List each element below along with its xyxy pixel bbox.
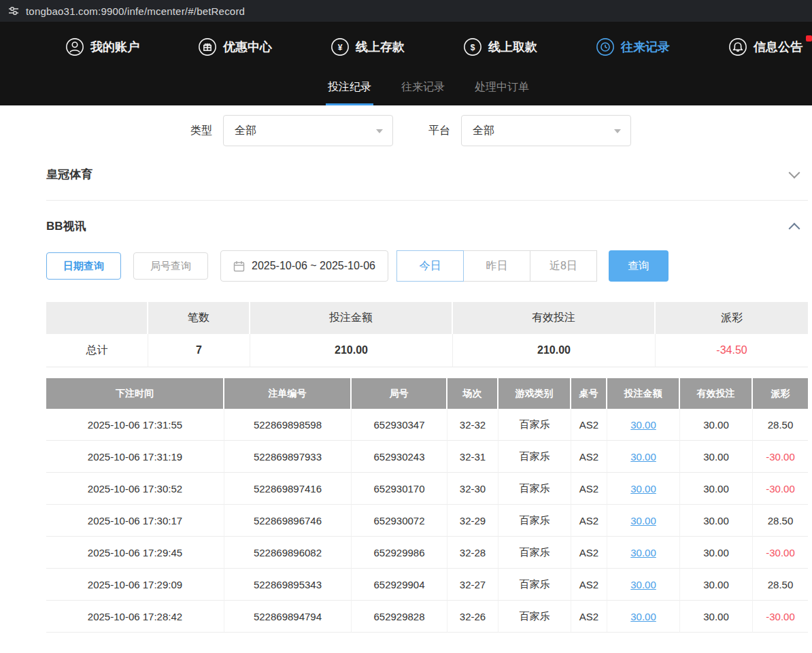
search-button[interactable]: 查询 (609, 250, 669, 282)
section-title: BB视讯 (46, 218, 86, 234)
game-type: 百家乐 (498, 505, 571, 537)
type-filter-label: 类型 (190, 124, 212, 138)
nav-label: 线上取款 (488, 39, 537, 55)
filter-row: 类型 全部 平台 全部 (46, 115, 808, 146)
session-number: 32-30 (447, 473, 498, 505)
table-number: AS2 (571, 505, 607, 537)
records-icon (596, 37, 615, 56)
chevron-down-icon[interactable] (789, 167, 800, 178)
date-query-button[interactable]: 日期查询 (46, 252, 121, 280)
game-type: 百家乐 (498, 601, 571, 633)
column-header: 场次 (447, 378, 498, 409)
nav-my-account[interactable]: 我的账户 (65, 37, 139, 56)
valid-bet: 30.00 (680, 409, 753, 441)
tab-processing-orders[interactable]: 处理中订单 (473, 71, 531, 105)
round-query-button[interactable]: 局号查询 (133, 252, 208, 280)
bet-id: 522869895343 (224, 569, 352, 601)
payout: -30.00 (753, 473, 808, 505)
payout: 28.50 (753, 409, 808, 441)
tab-transaction-record[interactable]: 往来记录 (399, 71, 447, 105)
payout: -30.00 (753, 601, 808, 633)
bet-amount-link[interactable]: 30.00 (607, 441, 680, 473)
bet-id: 522869897933 (224, 441, 352, 473)
round-number: 652929828 (352, 601, 447, 633)
payout: 28.50 (753, 569, 808, 601)
valid-bet: 30.00 (680, 601, 753, 633)
summary-header-amount: 投注金额 (250, 302, 453, 334)
svg-text:¥: ¥ (338, 42, 343, 52)
bet-amount-link[interactable]: 30.00 (607, 569, 680, 601)
notification-badge (806, 35, 812, 41)
session-number: 32-28 (447, 537, 498, 569)
date-range-value: 2025-10-06 ~ 2025-10-06 (252, 260, 375, 272)
summary-header-empty (46, 302, 148, 334)
column-header: 桌号 (571, 378, 607, 409)
summary-header-payout: 派彩 (656, 302, 808, 334)
table-row: 2025-10-06 17:30:52 522869897416 6529301… (46, 473, 808, 505)
site-settings-icon[interactable] (8, 5, 19, 16)
bet-amount-link[interactable]: 30.00 (607, 505, 680, 537)
tab-bet-record[interactable]: 投注纪录 (326, 71, 373, 105)
valid-bet: 30.00 (680, 505, 753, 537)
type-select[interactable]: 全部 (223, 115, 393, 146)
calendar-icon (233, 261, 245, 272)
nav-transaction-records[interactable]: 往来记录 (596, 37, 670, 56)
session-number: 32-27 (447, 569, 498, 601)
table-number: AS2 (571, 601, 607, 633)
record-tabs: 投注纪录 往来记录 处理中订单 (0, 71, 812, 105)
platform-select-value: 全部 (473, 124, 494, 138)
table-row: 2025-10-06 17:28:42 522869894794 6529298… (46, 601, 808, 633)
summary-valid-value: 210.00 (453, 334, 656, 367)
date-range-input[interactable]: 2025-10-06 ~ 2025-10-06 (220, 250, 388, 282)
column-header: 注单编号 (224, 378, 352, 409)
platform-select[interactable]: 全部 (461, 115, 631, 146)
game-type: 百家乐 (498, 441, 571, 473)
url-text[interactable]: tongbao31.com:9900/infe/mcenter/#/betRec… (26, 5, 245, 17)
session-number: 32-26 (447, 601, 498, 633)
last-8-days-button[interactable]: 近8日 (530, 250, 597, 282)
bet-amount-link[interactable]: 30.00 (607, 473, 680, 505)
table-row: 2025-10-06 17:31:55 522869898598 6529303… (46, 409, 808, 441)
game-type: 百家乐 (498, 569, 571, 601)
column-header: 有效投注 (680, 378, 753, 409)
nav-online-withdraw[interactable]: $ 线上取款 (463, 37, 537, 56)
nav-label: 信息公告 (754, 39, 802, 55)
platform-filter-label: 平台 (428, 124, 450, 138)
payout: 28.50 (753, 505, 808, 537)
column-header: 下注时间 (46, 378, 224, 409)
section-crown-sports[interactable]: 皇冠体育 (46, 161, 808, 201)
nav-online-deposit[interactable]: ¥ 线上存款 (331, 37, 405, 56)
nav-announcements[interactable]: 信息公告 (728, 37, 802, 56)
bet-table: 下注时间注单编号局号场次游戏类别桌号投注金额有效投注派彩 2025-10-06 … (46, 378, 808, 633)
section-bb-video[interactable]: BB视讯 (46, 213, 808, 238)
chevron-up-icon[interactable] (789, 222, 800, 234)
round-number: 652930243 (352, 441, 447, 473)
valid-bet: 30.00 (680, 441, 753, 473)
bet-amount-link[interactable]: 30.00 (607, 409, 680, 441)
nav-label: 线上存款 (356, 39, 405, 55)
nav-label: 往来记录 (621, 39, 670, 55)
gift-icon (198, 37, 217, 56)
summary-header-count: 笔数 (148, 302, 250, 334)
round-number: 652929904 (352, 569, 447, 601)
bet-time: 2025-10-06 17:31:55 (46, 409, 224, 441)
bet-amount-link[interactable]: 30.00 (607, 601, 680, 633)
round-number: 652930170 (352, 473, 447, 505)
column-header: 派彩 (753, 378, 808, 409)
bet-id: 522869896082 (224, 537, 352, 569)
browser-address-bar[interactable]: tongbao31.com:9900/infe/mcenter/#/betRec… (0, 0, 812, 22)
nav-promotions[interactable]: 优惠中心 (198, 37, 272, 56)
section-title: 皇冠体育 (46, 167, 92, 182)
summary-total-label: 总计 (46, 334, 148, 367)
game-type: 百家乐 (498, 473, 571, 505)
bet-time: 2025-10-06 17:30:52 (46, 473, 224, 505)
today-button[interactable]: 今日 (396, 250, 464, 282)
bet-amount-link[interactable]: 30.00 (607, 537, 680, 569)
session-number: 32-31 (447, 441, 498, 473)
yesterday-button[interactable]: 昨日 (463, 250, 530, 282)
chevron-down-icon (614, 129, 621, 133)
game-type: 百家乐 (498, 409, 571, 441)
valid-bet: 30.00 (680, 569, 753, 601)
bet-time: 2025-10-06 17:30:17 (46, 505, 224, 537)
session-number: 32-29 (447, 505, 498, 537)
